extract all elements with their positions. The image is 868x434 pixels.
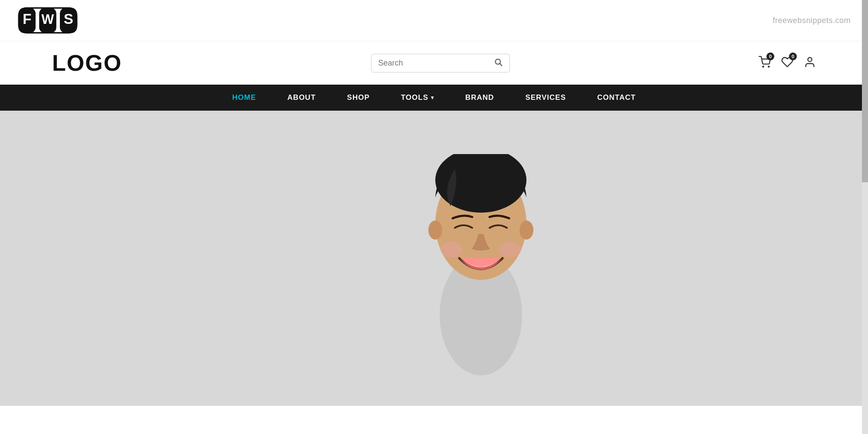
nav-item-contact[interactable]: CONTACT — [582, 85, 651, 111]
user-icon-wrap[interactable] — [804, 56, 816, 70]
svg-text:W: W — [42, 12, 54, 26]
hero-section — [0, 111, 868, 406]
svg-point-18 — [441, 242, 462, 257]
svg-text:S: S — [64, 11, 73, 27]
header-icons: 0 0 — [759, 56, 816, 70]
wishlist-icon-wrap[interactable]: 0 — [781, 56, 793, 70]
search-icon — [494, 58, 503, 66]
svg-point-11 — [808, 58, 812, 62]
site-url: freewebsnippets.com — [773, 16, 851, 25]
nav-item-home[interactable]: HOME — [217, 85, 272, 111]
scrollbar-thumb[interactable] — [862, 0, 868, 182]
wishlist-badge: 0 — [789, 53, 797, 60]
hero-image — [403, 111, 559, 406]
svg-text:F: F — [23, 11, 31, 27]
search-bar[interactable] — [371, 54, 510, 72]
navbar: HOME ABOUT SHOP TOOLS ▾ BRAND SERVICES C… — [0, 85, 868, 111]
svg-point-17 — [519, 220, 533, 240]
nav-item-brand[interactable]: BRAND — [450, 85, 510, 111]
nav-item-services[interactable]: SERVICES — [510, 85, 582, 111]
svg-point-10 — [768, 66, 769, 67]
svg-point-16 — [428, 220, 442, 240]
nav-item-tools[interactable]: TOOLS ▾ — [385, 85, 450, 111]
user-icon — [804, 56, 816, 68]
search-input[interactable] — [378, 59, 490, 68]
nav-item-shop[interactable]: SHOP — [332, 85, 385, 111]
cart-icon-wrap[interactable]: 0 — [759, 56, 771, 70]
scrollbar[interactable] — [862, 0, 868, 406]
search-button[interactable] — [490, 58, 503, 69]
site-logo[interactable]: LOGO — [52, 50, 122, 76]
svg-point-19 — [500, 242, 521, 257]
fws-logo[interactable]: F W S — [17, 5, 78, 36]
tools-dropdown-arrow: ▾ — [431, 95, 434, 101]
top-bar: F W S freewebsnippets.com — [0, 0, 868, 41]
svg-line-8 — [500, 63, 502, 66]
nav-item-about[interactable]: ABOUT — [272, 85, 331, 111]
svg-point-9 — [763, 66, 763, 67]
header: LOGO 0 0 — [0, 41, 868, 85]
cart-badge: 0 — [766, 53, 774, 60]
